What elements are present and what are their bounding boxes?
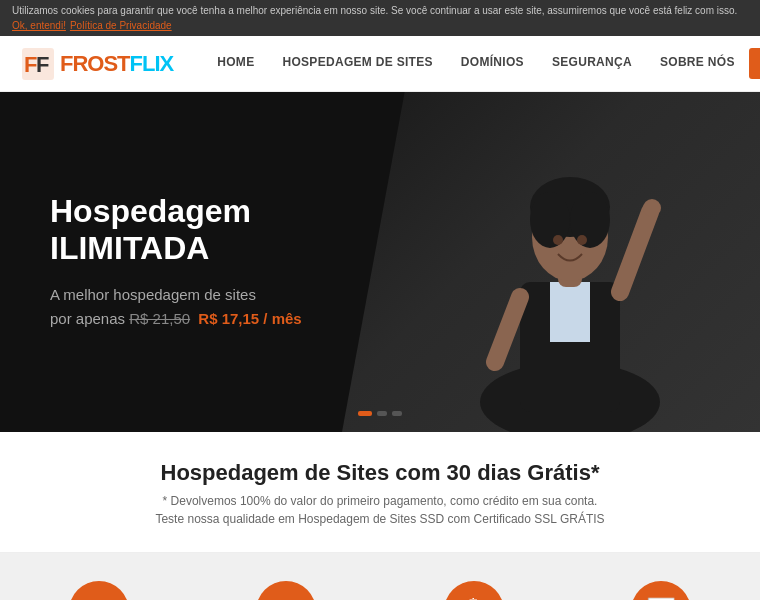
svg-point-13 [530,192,570,248]
cookie-ok-link[interactable]: Ok, entendi! [12,20,66,31]
feature-item-1: ☰ [29,581,169,600]
svg-text:F: F [36,52,49,77]
feature-icon-building[interactable]: 🏛 [444,581,504,600]
svg-point-17 [643,199,661,217]
feature-item-4: 📊 [591,581,731,600]
price-old: R$ 21,50 [129,310,190,327]
logo-text: FROSTFLIX [60,51,173,77]
dot-3[interactable] [392,411,402,416]
slider-dots [358,411,402,416]
section-note: * Devolvemos 100% do valor do primeiro p… [20,494,740,508]
nav-sobre-nos[interactable]: SOBRE NÓS [646,37,749,90]
section-30dias: Hospedagem de Sites com 30 dias Grátis* … [0,432,760,553]
svg-point-16 [577,235,587,245]
dot-1[interactable] [358,411,372,416]
nav-seguranca[interactable]: SEGURANÇA [538,37,646,90]
nav-dominios[interactable]: DOMÍNIOS [447,37,538,90]
hero-person-image [440,112,700,432]
logo[interactable]: F F FROSTFLIX [20,46,173,82]
logo-icon: F F [20,46,56,82]
nav-hospedagem[interactable]: HOSPEDAGEM DE SITES [268,37,446,90]
section-heading: Hospedagem de Sites com 30 dias Grátis* [20,460,740,486]
hero-title: Hospedagem ILIMITADA [50,193,370,267]
cookie-privacy-link[interactable]: Política de Privacidade [70,20,172,31]
central-cliente-button[interactable]: 👤 CENTRAL DO CLIENTE [749,48,760,79]
svg-rect-7 [550,282,590,342]
feature-icon-shield[interactable]: 🛡 [256,581,316,600]
svg-point-14 [570,192,610,248]
price-new: R$ 17,15 / mês [198,310,301,327]
feature-item-3: 🏛 [404,581,544,600]
main-nav: HOME HOSPEDAGEM DE SITES DOMÍNIOS SEGURA… [203,37,748,90]
nav-home[interactable]: HOME [203,37,268,90]
feature-item-2: 🛡 [216,581,356,600]
feature-icon-chart[interactable]: 📊 [631,581,691,600]
dot-2[interactable] [377,411,387,416]
hero-content: Hospedagem ILIMITADA A melhor hospedagem… [0,153,420,371]
features-row: ☰ 🛡 🏛 📊 [0,553,760,600]
section-subtext: Teste nossa qualidade em Hospedagem de S… [20,512,740,526]
header: F F FROSTFLIX HOME HOSPEDAGEM DE SITES D… [0,36,760,92]
cookie-bar: Utilizamos cookies para garantir que voc… [0,0,760,36]
hero-subtitle: A melhor hospedagem de sites por apenas … [50,283,370,331]
hero-subtitle-prefix: A melhor hospedagem de sites [50,286,256,303]
hero-por-apenas: por apenas [50,310,125,327]
hero-section: Hospedagem ILIMITADA A melhor hospedagem… [0,92,760,432]
svg-point-15 [553,235,563,245]
feature-icon-menu[interactable]: ☰ [69,581,129,600]
cookie-text: Utilizamos cookies para garantir que voc… [12,5,737,16]
